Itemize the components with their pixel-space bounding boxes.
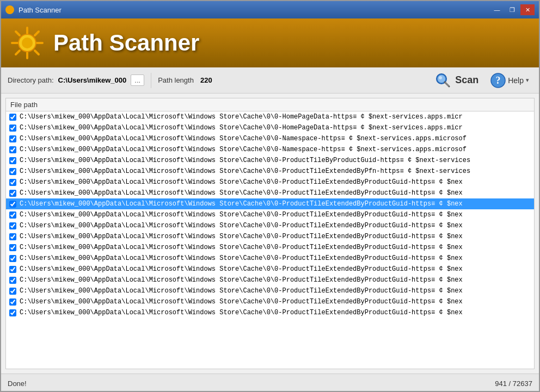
- file-path-text: C:\Users\mikew_000\AppData\Local\Microso…: [20, 298, 463, 306]
- close-button[interactable]: ✕: [520, 4, 535, 15]
- file-path-text: C:\Users\mikew_000\AppData\Local\Microso…: [20, 254, 463, 262]
- path-length-label: Path length: [158, 76, 194, 84]
- file-checkbox[interactable]: [9, 277, 16, 284]
- app-titlebar-icon: [5, 5, 14, 14]
- file-row[interactable]: C:\Users\mikew_000\AppData\Local\Microso…: [6, 188, 534, 198]
- file-row[interactable]: C:\Users\mikew_000\AppData\Local\Microso…: [6, 307, 534, 318]
- file-checkbox[interactable]: [9, 255, 16, 262]
- help-button[interactable]: ? Help ▾: [487, 71, 532, 90]
- file-row[interactable]: C:\Users\mikew_000\AppData\Local\Microso…: [6, 177, 534, 188]
- file-checkbox[interactable]: [9, 309, 16, 316]
- file-path-text: C:\Users\mikew_000\AppData\Local\Microso…: [20, 211, 463, 219]
- help-icon: ?: [490, 73, 506, 88]
- filelist-header: File path: [6, 98, 534, 111]
- titlebar-controls: — ❐ ✕: [490, 4, 535, 15]
- file-checkbox[interactable]: [9, 157, 16, 164]
- filelist-container: File path C:\Users\mikew_000\AppData\Loc…: [5, 98, 535, 369]
- scan-button[interactable]: Scan: [430, 70, 483, 91]
- file-path-text: C:\Users\mikew_000\AppData\Local\Microso…: [20, 113, 463, 121]
- file-row[interactable]: C:\Users\mikew_000\AppData\Local\Microso…: [6, 155, 534, 166]
- dir-label: Directory path:: [8, 76, 54, 84]
- svg-line-6: [35, 51, 39, 54]
- file-checkbox[interactable]: [9, 179, 16, 186]
- file-row[interactable]: C:\Users\mikew_000\AppData\Local\Microso…: [6, 122, 534, 133]
- titlebar: Path Scanner — ❐ ✕: [1, 1, 539, 18]
- file-checkbox[interactable]: [9, 266, 16, 273]
- svg-point-13: [439, 76, 442, 79]
- file-path-text: C:\Users\mikew_000\AppData\Local\Microso…: [20, 189, 463, 197]
- file-row[interactable]: C:\Users\mikew_000\AppData\Local\Microso…: [6, 198, 534, 209]
- file-path-text: C:\Users\mikew_000\AppData\Local\Microso…: [20, 309, 463, 316]
- file-path-text: C:\Users\mikew_000\AppData\Local\Microso…: [20, 200, 463, 208]
- file-row[interactable]: C:\Users\mikew_000\AppData\Local\Microso…: [6, 296, 534, 307]
- file-path-text: C:\Users\mikew_000\AppData\Local\Microso…: [20, 178, 463, 186]
- file-checkbox[interactable]: [9, 146, 16, 153]
- file-row[interactable]: C:\Users\mikew_000\AppData\Local\Microso…: [6, 111, 534, 122]
- path-length-value: 220: [200, 76, 212, 84]
- file-row[interactable]: C:\Users\mikew_000\AppData\Local\Microso…: [6, 253, 534, 264]
- file-checkbox[interactable]: [9, 211, 16, 219]
- main-area: File path C:\Users\mikew_000\AppData\Loc…: [1, 94, 539, 374]
- file-path-text: C:\Users\mikew_000\AppData\Local\Microso…: [20, 244, 463, 251]
- file-row[interactable]: C:\Users\mikew_000\AppData\Local\Microso…: [6, 285, 534, 296]
- filelist-body[interactable]: C:\Users\mikew_000\AppData\Local\Microso…: [6, 111, 534, 369]
- file-checkbox[interactable]: [9, 298, 16, 306]
- statusbar: Done! 941 / 72637: [1, 374, 539, 392]
- file-path-text: C:\Users\mikew_000\AppData\Local\Microso…: [20, 135, 467, 142]
- titlebar-left: Path Scanner: [5, 5, 62, 14]
- file-row[interactable]: C:\Users\mikew_000\AppData\Local\Microso…: [6, 209, 534, 220]
- dir-path-value: C:\Users\mikew_000: [58, 76, 127, 84]
- file-path-text: C:\Users\mikew_000\AppData\Local\Microso…: [20, 146, 467, 153]
- file-path-text: C:\Users\mikew_000\AppData\Local\Microso…: [20, 233, 463, 240]
- file-checkbox[interactable]: [9, 114, 16, 121]
- file-path-text: C:\Users\mikew_000\AppData\Local\Microso…: [20, 222, 463, 229]
- maximize-button[interactable]: ❐: [505, 4, 519, 15]
- file-row[interactable]: C:\Users\mikew_000\AppData\Local\Microso…: [6, 231, 534, 242]
- help-button-label: Help: [508, 76, 524, 85]
- file-row[interactable]: C:\Users\mikew_000\AppData\Local\Microso…: [6, 166, 534, 177]
- minimize-button[interactable]: —: [490, 4, 504, 15]
- app-title: Path Scanner: [53, 30, 199, 56]
- file-checkbox[interactable]: [9, 244, 16, 251]
- file-row[interactable]: C:\Users\mikew_000\AppData\Local\Microso…: [6, 144, 534, 155]
- toolbar-separator: [151, 73, 151, 88]
- scan-icon: [434, 72, 452, 89]
- file-checkbox[interactable]: [9, 201, 16, 208]
- svg-point-10: [22, 38, 33, 48]
- app-logo-icon: [10, 26, 45, 60]
- file-path-text: C:\Users\mikew_000\AppData\Local\Microso…: [20, 265, 463, 273]
- file-row[interactable]: C:\Users\mikew_000\AppData\Local\Microso…: [6, 242, 534, 253]
- file-row[interactable]: C:\Users\mikew_000\AppData\Local\Microso…: [6, 133, 534, 144]
- svg-line-5: [16, 32, 20, 35]
- toolbar: Directory path: C:\Users\mikew_000 ... P…: [1, 67, 539, 94]
- status-text: Done!: [8, 379, 27, 388]
- titlebar-title: Path Scanner: [19, 6, 62, 14]
- file-checkbox[interactable]: [9, 190, 16, 197]
- file-checkbox[interactable]: [9, 125, 16, 132]
- file-path-text: C:\Users\mikew_000\AppData\Local\Microso…: [20, 287, 463, 295]
- file-path-text: C:\Users\mikew_000\AppData\Local\Microso…: [20, 157, 470, 164]
- file-checkbox[interactable]: [9, 288, 16, 295]
- browse-button[interactable]: ...: [131, 74, 144, 86]
- file-path-text: C:\Users\mikew_000\AppData\Local\Microso…: [20, 167, 470, 175]
- file-path-text: C:\Users\mikew_000\AppData\Local\Microso…: [20, 276, 463, 284]
- file-checkbox[interactable]: [9, 233, 16, 240]
- file-path-column-header: File path: [10, 101, 38, 109]
- svg-text:?: ?: [496, 75, 501, 86]
- file-checkbox[interactable]: [9, 168, 16, 175]
- file-row[interactable]: C:\Users\mikew_000\AppData\Local\Microso…: [6, 264, 534, 275]
- file-checkbox[interactable]: [9, 222, 16, 229]
- app-header: Path Scanner: [1, 18, 539, 67]
- svg-line-8: [16, 51, 20, 54]
- status-count: 941 / 72637: [495, 379, 532, 388]
- help-dropdown-arrow: ▾: [526, 77, 529, 84]
- file-row[interactable]: C:\Users\mikew_000\AppData\Local\Microso…: [6, 275, 534, 285]
- scan-button-label: Scan: [455, 74, 478, 86]
- file-row[interactable]: C:\Users\mikew_000\AppData\Local\Microso…: [6, 220, 534, 231]
- file-path-text: C:\Users\mikew_000\AppData\Local\Microso…: [20, 124, 463, 132]
- svg-line-7: [35, 32, 39, 35]
- file-checkbox[interactable]: [9, 135, 16, 142]
